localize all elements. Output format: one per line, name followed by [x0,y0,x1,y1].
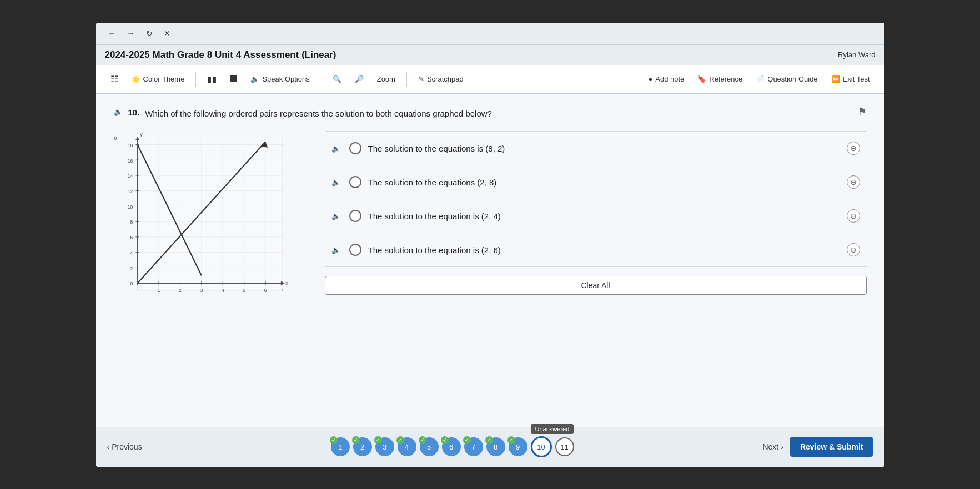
svg-text:14: 14 [127,173,133,179]
check-mark-1: ✓ [330,436,338,444]
svg-text:0: 0 [130,281,133,286]
back-button[interactable]: ← [105,28,119,39]
check-mark-2: ✓ [352,436,360,444]
zoom-button[interactable]: Zoom [371,72,401,87]
check-mark-9: ✓ [507,436,515,444]
svg-text:8: 8 [130,219,133,225]
clear-all-button[interactable]: Clear All [325,276,867,295]
radio-a[interactable] [349,142,361,154]
svg-text:4: 4 [221,288,224,293]
flag-icon[interactable]: ⚑ [858,105,867,118]
question-body: 0 2 4 6 8 10 12 14 16 18 20 1 2 3 4 5 [114,131,867,311]
question-guide-button[interactable]: 📄 Question Guide [750,72,823,87]
svg-text:6: 6 [130,235,133,240]
speak-option-b-icon[interactable]: 🔈 [331,177,343,188]
q-num-3: 3 [383,443,386,451]
question-number: 10. [128,108,140,117]
radio-b[interactable] [349,176,361,188]
question-indicator-11[interactable]: 11 [555,437,574,456]
eliminate-btn-b[interactable]: ⊖ [847,175,860,189]
pause-button[interactable]: ▮▮ [202,71,223,88]
zoom-in-icon: 🔎 [355,75,364,83]
svg-text:18: 18 [127,143,133,148]
speak-option-a-icon[interactable]: 🔈 [331,143,343,154]
svg-text:2: 2 [179,288,182,293]
check-mark-8: ✓ [485,436,493,444]
question-indicator-3[interactable]: ✓ 3 [375,437,394,456]
scratchpad-button[interactable]: ✎ Scratchpad [413,72,469,87]
radio-d[interactable] [349,244,361,256]
stop-button[interactable] [225,72,243,87]
speak-options-button[interactable]: 🔈 Speak Options [245,72,315,87]
color-theme-button[interactable]: 🌟 Color Theme [126,72,190,87]
svg-text:5: 5 [243,288,245,293]
grid-view-button[interactable]: ☷ [105,70,124,88]
reference-button[interactable]: 🔖 Reference [692,72,748,87]
zoom-label: Zoom [377,75,395,83]
review-submit-button[interactable]: Review & Submit [790,437,873,457]
q-num-7: 7 [471,443,475,451]
check-mark-7: ✓ [463,436,471,444]
graph-container: 0 2 4 6 8 10 12 14 16 18 20 1 2 3 4 5 [114,131,303,311]
color-theme-icon: 🌟 [132,75,140,83]
header: 2024-2025 Math Grade 8 Unit 4 Assessment… [96,45,884,65]
question-indicator-9[interactable]: ✓ 9 [509,437,527,456]
answer-option-a[interactable]: 🔈 The solution to the equations is (8, 2… [325,131,867,165]
question-indicator-4[interactable]: ✓ 4 [398,437,416,456]
add-note-button[interactable]: ● Add note [642,72,690,87]
svg-text:y: y [139,131,142,137]
speak-options-label: Speak Options [262,75,309,83]
eliminate-btn-a[interactable]: ⊖ [847,142,860,155]
question-indicators: ✓ 1 ✓ 2 ✓ 3 ✓ 4 ✓ 5 ✓ 6 [331,436,574,457]
answer-option-c[interactable]: 🔈 The solution to the equation is (2, 4)… [325,199,867,233]
answer-text-d: The solution to the equation is (2, 6) [368,245,840,255]
check-mark-6: ✓ [441,436,449,444]
speak-option-c-icon[interactable]: 🔈 [331,210,343,221]
question-indicator-6[interactable]: ✓ 6 [442,437,461,456]
eliminate-btn-d[interactable]: ⊖ [847,243,860,256]
scratchpad-label: Scratchpad [427,75,464,83]
answer-text-a: The solution to the equations is (8, 2) [368,144,840,153]
refresh-button[interactable]: ↻ [143,28,156,39]
add-note-label: Add note [655,75,684,83]
q-num-4: 4 [405,443,409,451]
answer-option-d[interactable]: 🔈 The solution to the equation is (2, 6)… [325,233,867,267]
top-nav-bar: ← → ↻ ✕ [96,23,884,45]
question-indicator-5[interactable]: ✓ 5 [420,437,439,456]
zoom-in-button[interactable]: 🔎 [349,72,369,87]
speak-question-icon[interactable]: 🔈 [114,108,123,116]
question-indicator-2[interactable]: ✓ 2 [353,437,372,456]
answer-option-b[interactable]: 🔈 The solution to the equations (2, 8) ⊖ [325,165,867,199]
speak-option-d-icon[interactable]: 🔈 [331,244,343,255]
forward-button[interactable]: → [124,28,138,39]
svg-text:2: 2 [130,266,133,271]
q-num-5: 5 [427,443,431,451]
eliminate-btn-c[interactable]: ⊖ [847,209,860,223]
question-indicator-7[interactable]: ✓ 7 [464,437,483,456]
close-button[interactable]: ✕ [160,28,174,39]
answers-container: 🔈 The solution to the equations is (8, 2… [325,131,867,295]
question-indicator-8[interactable]: ✓ 8 [486,437,505,456]
question-indicator-1[interactable]: ✓ 1 [331,437,350,456]
zoom-out-button[interactable]: 🔍 [327,72,347,87]
exit-test-button[interactable]: ⏩ Exit Test [826,72,876,87]
previous-label: Previous [112,442,142,451]
check-mark-5: ✓ [419,436,426,444]
svg-text:6: 6 [264,288,267,293]
svg-text:7: 7 [280,288,283,293]
next-arrow-icon: › [781,442,783,451]
speak-icon: 🔈 [250,75,259,83]
toolbar-divider-3 [406,72,407,87]
page-title: 2024-2025 Math Grade 8 Unit 4 Assessment… [105,49,336,61]
color-theme-label: Color Theme [143,75,185,83]
check-mark-3: ✓ [374,436,382,444]
radio-c[interactable] [349,210,361,222]
next-label: Next [762,442,778,451]
toolbar-divider-2 [321,72,321,87]
user-name: Rylan Ward [838,51,875,59]
question-indicator-10[interactable]: 10 [531,436,552,457]
grid-icon: ☷ [110,74,118,84]
next-button[interactable]: Next › [762,442,783,451]
reference-label: Reference [709,75,742,83]
previous-button[interactable]: ‹ Previous [107,442,142,451]
